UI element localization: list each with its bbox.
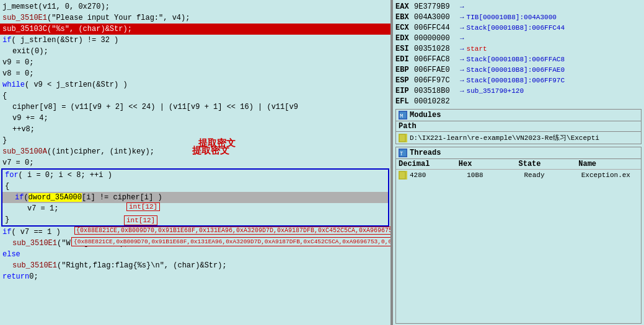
code-line: sub_35100A((int)cipher, (int)key); 提取密文 [0,146,390,157]
reg-row-efl: EFL 00010282 [395,96,642,106]
reg-row-ecx: ECX 006FFC44 → Stack[000010B8]:006FFC44 [395,22,642,33]
modules-header: M Modules [396,110,641,121]
thread-state: Ready [524,171,581,179]
svg-text:M: M [400,113,403,119]
for-loop-box: for ( i = 0; i < 8; ++i ) { if ( dword_3… [1,168,389,227]
code-line: v8 = 0; [0,68,390,79]
code-line: v7 = 1; int[12] [2,203,388,214]
code-line: sub_3510E1("Right,flag:flag{%s}\n", (cha… [0,260,390,271]
code-line: sub_3510E1("Please input Your flag:", v4… [0,12,390,24]
code-line: { [0,90,390,102]
svg-rect-2 [399,134,405,142]
code-line: else [0,249,390,260]
thread-row[interactable]: 4280 10B8 Ready Exception.ex [396,170,641,181]
modules-path: D:\IX221-learn\re-example\VN2023-Re练习\Ex… [410,133,599,142]
reg-row-ebx: EBX 004A3000 → TIB[000010B8]:004A3000 [395,12,642,22]
code-line: cipher[v8] = (v11[v9 + 2] << 24) | (v11[… [0,102,390,113]
modules-section: M Modules Path D:\IX221-learn\re-example… [395,109,642,144]
array-values-label: {0x88E821CE,0xB009D70,0x91B1E68F,0x131EA… [71,237,390,246]
col-decimal: Decimal [399,160,459,168]
threads-header: T Threads [396,147,641,159]
int12-annotation: int[12] [126,202,160,211]
right-panel: EAX 9E3779B9 → EBX 004A3000 → TIB[000010… [393,0,644,325]
reg-row-edx: EDX 00000000 → [395,33,642,43]
reg-row-eip: EIP 003518B0 → sub_351790+120 [395,85,642,96]
code-line: return 0; [0,271,390,282]
thread-decimal: 4280 [410,171,467,179]
svg-text:T: T [400,151,404,157]
svg-rect-5 [399,171,405,179]
modules-icon: M [399,111,407,119]
col-name: Name [578,160,638,168]
code-line: ++v8; [0,124,390,135]
code-line: } [2,214,388,225]
extract-ciphertext-annotation: 提取密文 [198,137,236,149]
modules-title: Modules [410,111,441,119]
thread-hex: 10B8 [467,171,524,179]
code-line-while: while ( v9 < j_strlen(&Str) ) [0,79,390,90]
code-line-if-dword: if ( dword_35A000 [i] != cipher[i] ) [2,192,388,203]
threads-columns: Decimal Hex State Name [396,159,641,170]
code-line: v7 = 0; [0,157,390,168]
threads-icon: T [399,149,407,157]
code-line: v9 = 0; [0,57,390,68]
col-state: State [519,160,579,168]
code-line: j_memset(v11, 0, 0x270); [0,1,390,12]
code-panel[interactable]: j_memset(v11, 0, 0x270); sub_3510E1("Ple… [0,0,390,325]
reg-row-ebp: EBP 006FFAE0 → Stack[000010B8]:006FFAE0 [395,64,642,75]
code-line: if ( j_strlen(&Str) != 32 ) [0,35,390,46]
modules-file-icon [399,134,407,142]
col-hex: Hex [459,160,519,168]
reg-row-esp: ESP 006FF97C → Stack[000010B8]:006FF97C [395,75,642,85]
code-line-highlighted: sub_35103C("%s", (char)&Str); [0,24,390,35]
code-line: if ( v7 == 1 ) {0x88E821CE,0xB009D70,0x9… [0,227,390,238]
reg-row-esi: ESI 00351028 → start [395,43,642,54]
modules-row: D:\IX221-learn\re-example\VN2023-Re练习\Ex… [396,132,641,144]
reg-row-eax: EAX 9E3779B9 → [395,1,642,12]
code-line-for: for ( i = 0; i < 8; ++i ) [2,170,388,181]
modules-col-path: Path [396,121,641,132]
thread-file-icon [399,171,407,180]
reg-row-edi: EDI 006FFAC8 → Stack[000010B8]:006FFAC8 [395,54,642,64]
thread-name: Exception.ex [581,171,638,179]
int12-label: int[12] [124,215,157,225]
code-line: v9 += 4; [0,113,390,124]
code-line: { [2,181,388,192]
threads-section: T Threads Decimal Hex State Name 4280 10… [395,147,642,324]
array-annotation: {0x88E821CE,0xB009D70,0x91B1E68F,0x131EA… [74,227,390,235]
threads-title: Threads [410,149,441,157]
code-line: exit(0); [0,46,390,57]
registers-section: EAX 9E3779B9 → EBX 004A3000 → TIB[000010… [393,0,644,108]
